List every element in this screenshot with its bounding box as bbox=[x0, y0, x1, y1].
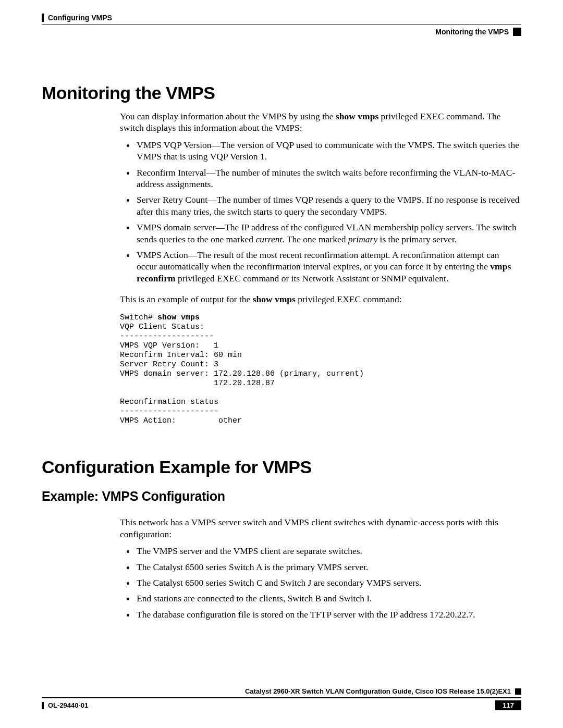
publication-title: Catalyst 2960-XR Switch VLAN Configurati… bbox=[245, 687, 511, 695]
cli-line: --------------------- bbox=[120, 407, 218, 416]
cli-line: VMPS Action: other bbox=[120, 416, 242, 425]
command-name: show vmps bbox=[253, 294, 296, 304]
cli-line: VMPS domain server: 172.20.128.86 (prima… bbox=[120, 369, 364, 378]
footer-bar-icon bbox=[42, 702, 44, 709]
cli-line: Reconfirmation status bbox=[120, 398, 218, 406]
subheading-example-vmps-config: Example: VMPS Configuration bbox=[42, 489, 521, 504]
intro-paragraph: This network has a VMPS server switch an… bbox=[120, 516, 521, 540]
header-bar-icon bbox=[42, 14, 44, 22]
list-item: The VMPS server and the VMPS client are … bbox=[136, 545, 521, 557]
example-lead: This is an example of output for the sho… bbox=[120, 293, 521, 305]
text: . The one marked bbox=[282, 234, 348, 244]
vmps-info-list: VMPS VQP Version—The version of VQP used… bbox=[120, 139, 521, 284]
page-number-badge: 117 bbox=[495, 700, 521, 710]
command-name: show vmps bbox=[336, 111, 378, 121]
page-footer: Catalyst 2960-XR Switch VLAN Configurati… bbox=[42, 687, 521, 710]
text: is the primary server. bbox=[377, 234, 457, 244]
list-item: Server Retry Count—The number of times V… bbox=[136, 194, 521, 217]
running-header: Configuring VMPS bbox=[42, 14, 521, 22]
cli-prompt: Switch# bbox=[120, 313, 157, 322]
header-rule bbox=[42, 24, 521, 24]
cli-line: Reconfirm Interval: 60 min bbox=[120, 351, 242, 360]
text: VMPS Action—The result of the most recen… bbox=[137, 250, 499, 272]
intro-paragraph: You can display information about the VM… bbox=[120, 110, 521, 134]
text: This is an example of output for the bbox=[120, 294, 253, 304]
cli-line: VMPS VQP Version: 1 bbox=[120, 341, 218, 350]
footer-rule bbox=[42, 697, 521, 698]
document-id: OL-29440-01 bbox=[48, 701, 88, 709]
list-item: VMPS Action—The result of the most recen… bbox=[136, 249, 521, 284]
text: You can display information about the VM… bbox=[120, 111, 336, 121]
list-item: End stations are connected to the client… bbox=[136, 593, 521, 604]
list-item: Reconfirm Interval—The number of minutes… bbox=[136, 167, 521, 190]
emphasis: primary bbox=[348, 234, 377, 244]
cli-line: 172.20.128.87 bbox=[120, 379, 275, 388]
section-header-right: Monitoring the VMPS bbox=[42, 28, 521, 36]
section-body-config-example: This network has a VMPS server switch an… bbox=[120, 516, 521, 620]
cli-line: VQP Client Status: bbox=[120, 323, 204, 331]
section-name: Monitoring the VMPS bbox=[435, 28, 509, 36]
list-item: The database configuration file is store… bbox=[136, 609, 521, 620]
cli-output: Switch# show vmps VQP Client Status: ---… bbox=[120, 313, 521, 426]
header-square-icon bbox=[513, 28, 521, 36]
heading-config-example: Configuration Example for VMPS bbox=[42, 457, 521, 477]
config-list: The VMPS server and the VMPS client are … bbox=[120, 545, 521, 620]
section-body-monitoring: You can display information about the VM… bbox=[120, 110, 521, 426]
cli-line: -------------------- bbox=[120, 332, 214, 341]
text: privileged EXEC command: bbox=[296, 294, 402, 304]
list-item: VMPS domain server—The IP address of the… bbox=[136, 221, 521, 245]
heading-monitoring-vmps: Monitoring the VMPS bbox=[42, 83, 521, 103]
footer-square-icon bbox=[515, 688, 521, 695]
cli-command: show vmps bbox=[157, 313, 200, 322]
list-item: The Catalyst 6500 series Switch C and Sw… bbox=[136, 577, 521, 588]
emphasis: current bbox=[255, 234, 282, 244]
text: privileged EXEC command or its Network A… bbox=[176, 273, 449, 283]
cli-line: Server Retry Count: 3 bbox=[120, 360, 218, 369]
list-item: The Catalyst 6500 series Switch A is the… bbox=[136, 561, 521, 573]
chapter-title: Configuring VMPS bbox=[48, 14, 112, 22]
list-item: VMPS VQP Version—The version of VQP used… bbox=[136, 139, 521, 163]
